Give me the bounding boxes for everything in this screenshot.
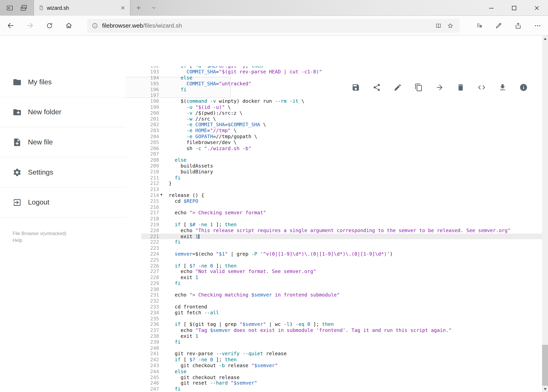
forward-button[interactable] bbox=[23, 19, 37, 33]
favorite-star-button[interactable] bbox=[444, 20, 456, 32]
code-line[interactable]: 244 else bbox=[141, 369, 542, 374]
code-line[interactable]: 208 else bbox=[141, 157, 542, 163]
fold-toggle-icon[interactable]: ▾ bbox=[160, 192, 162, 198]
code-line[interactable]: 212} bbox=[141, 181, 542, 187]
minimize-button[interactable] bbox=[480, 0, 503, 16]
code-line[interactable]: 207 bbox=[141, 151, 542, 157]
code-line[interactable]: 228 exit 1 bbox=[141, 275, 542, 280]
code-line[interactable]: 237 echo "Tag $semver does not exist in … bbox=[141, 327, 542, 333]
code-line[interactable]: 239 fi bbox=[141, 339, 542, 345]
code-line[interactable]: 233 cd frontend bbox=[141, 304, 542, 310]
code-line[interactable]: 235 bbox=[141, 316, 542, 322]
code-line[interactable]: 234 git fetch --all bbox=[141, 310, 542, 316]
home-button[interactable] bbox=[62, 19, 76, 33]
code-line[interactable]: 223 bbox=[141, 245, 542, 251]
back-button[interactable] bbox=[4, 19, 17, 33]
code-line[interactable]: 226 if [ $? -ne 0 ]; then bbox=[141, 263, 542, 269]
code-text: echo "Tag $semver does not exist in subm… bbox=[169, 327, 452, 333]
code-line[interactable]: 217 echo "> Checking semver format" bbox=[141, 210, 542, 216]
code-line[interactable]: 222 fi bbox=[141, 239, 542, 245]
code-line[interactable]: 246 git reset --hard "$semver" bbox=[141, 380, 542, 386]
sidebar-item-my-files[interactable]: My files bbox=[0, 67, 126, 97]
code-line[interactable]: 210 buildBinary bbox=[141, 169, 542, 175]
sidebar-item-new-folder[interactable]: New folder bbox=[0, 97, 126, 127]
code-line[interactable]: 209 buildAssets bbox=[141, 163, 542, 169]
line-number: 229 bbox=[141, 280, 159, 286]
tabs-preview-button[interactable] bbox=[20, 4, 28, 12]
code-line[interactable]: 230 bbox=[141, 286, 542, 292]
code-line[interactable]: 225 bbox=[141, 257, 542, 263]
code-line[interactable]: 241 git rev-parse --verify --quiet relea… bbox=[141, 351, 542, 357]
site-info-icon[interactable] bbox=[91, 22, 98, 29]
line-number: 209 bbox=[141, 163, 159, 169]
code-line[interactable]: 224 semver=$(echo "$1" | grep -P '^v(0|[… bbox=[141, 251, 542, 257]
web-notes-button[interactable] bbox=[492, 19, 505, 33]
folder-icon bbox=[13, 77, 21, 86]
minimize-icon bbox=[487, 4, 495, 12]
code-line[interactable]: 231 echo "> Checking matching $semver in… bbox=[141, 292, 542, 298]
window-controls bbox=[480, 0, 548, 16]
tab-list-chevron-button[interactable] bbox=[148, 2, 159, 14]
code-line[interactable]: 195 COMMIT_SHA="untracked" bbox=[141, 81, 542, 86]
help-link[interactable]: Help bbox=[13, 237, 22, 244]
browser-tab[interactable]: wizard.sh bbox=[34, 0, 130, 16]
code-line[interactable]: 206 sh -c "./wizard.sh -b" bbox=[141, 145, 542, 151]
code-line[interactable]: 214▾release () { bbox=[141, 192, 542, 198]
code-line[interactable]: 203 -e HOME="//tmp" \ bbox=[141, 128, 542, 133]
code-line[interactable]: 240 bbox=[141, 345, 542, 351]
tab-close-button[interactable] bbox=[118, 3, 127, 12]
code-line[interactable]: 192 if [ -d "$REPO/.git" ]; then bbox=[141, 66, 542, 69]
code-line[interactable]: 242 if [ $? -ne 0 ]; then bbox=[141, 357, 542, 363]
code-line[interactable]: 213 bbox=[141, 187, 542, 192]
sidebar-item-settings[interactable]: Settings bbox=[0, 157, 126, 188]
vertical-scrollbar[interactable] bbox=[542, 36, 548, 392]
code-line[interactable]: 243 git checkout -b release "$semver" bbox=[141, 363, 542, 369]
sidebar-item-logout[interactable]: Logout bbox=[0, 188, 126, 218]
code-line[interactable]: 200 -v /$(pwd):/src:z \ bbox=[141, 110, 542, 116]
code-text: echo "> Checking matching $semver in fro… bbox=[169, 292, 340, 298]
code-line[interactable]: 247 fi bbox=[141, 386, 542, 392]
line-number: 198 bbox=[141, 98, 159, 104]
code-line[interactable]: 194 else bbox=[141, 75, 542, 81]
code-line[interactable]: 201 -w //src \ bbox=[141, 116, 542, 122]
code-line[interactable]: 205 filebrowser/dev \ bbox=[141, 140, 542, 145]
code-line[interactable]: 199 -u "$(id -u)" \ bbox=[141, 104, 542, 110]
code-line[interactable]: 196 fi bbox=[141, 86, 542, 92]
scroll-up-button[interactable] bbox=[542, 36, 548, 42]
code-line[interactable]: 245 git checkout release bbox=[141, 374, 542, 380]
code-line[interactable]: 236 if [ $(git tag | grep "$semver" | wc… bbox=[141, 322, 542, 327]
code-line[interactable]: 202 -e COMMIT_SHA=$COMMIT_SHA \ bbox=[141, 122, 542, 128]
code-editor[interactable]: 192 if [ -d "$REPO/.git" ]; then193 COMM… bbox=[141, 66, 542, 392]
code-text: git fetch --all bbox=[169, 310, 219, 316]
scroll-down-button[interactable] bbox=[542, 386, 548, 392]
code-line[interactable]: 198 $(command -v winpty) docker run --rm… bbox=[141, 98, 542, 104]
code-line[interactable]: 218 bbox=[141, 216, 542, 222]
code-line[interactable]: 197 bbox=[141, 92, 542, 98]
code-line[interactable]: 238 exit 1 bbox=[141, 333, 542, 339]
sidebar-item-new-file[interactable]: New file bbox=[0, 127, 126, 157]
close-button[interactable] bbox=[525, 0, 548, 16]
code-line[interactable]: 227 echo "Not valid semver format. See s… bbox=[141, 269, 542, 275]
new-file-icon bbox=[13, 138, 21, 147]
scroll-thumb[interactable] bbox=[542, 345, 548, 386]
tabs-aside-button[interactable] bbox=[6, 4, 14, 12]
code-line[interactable]: 220 echo "This release script requires a… bbox=[141, 228, 542, 233]
code-line[interactable]: 204 -e GOPATH=//tmp/gopath \ bbox=[141, 134, 542, 140]
new-tab-button[interactable] bbox=[132, 2, 144, 14]
maximize-button[interactable] bbox=[503, 0, 525, 16]
code-line[interactable]: 216 bbox=[141, 204, 542, 210]
address-bar[interactable]: filebrowser.web/files/wizard.sh bbox=[87, 19, 460, 33]
code-line[interactable]: 219 if [ $# -ne 1 ]; then bbox=[141, 222, 542, 228]
refresh-button[interactable] bbox=[42, 19, 56, 33]
code-line[interactable]: 193 COMMIT_SHA="$(git rev-parse HEAD | c… bbox=[141, 69, 542, 75]
code-line[interactable]: 215 cd $REPO bbox=[141, 198, 542, 204]
more-options-button[interactable] bbox=[531, 19, 544, 33]
code-line[interactable]: 229 fi bbox=[141, 280, 542, 286]
close-icon bbox=[533, 4, 541, 12]
favorites-hub-button[interactable] bbox=[472, 19, 486, 33]
code-line[interactable]: 221 exit 1 bbox=[141, 233, 542, 239]
share-button[interactable] bbox=[511, 19, 525, 33]
code-line[interactable]: 211 fi bbox=[141, 175, 542, 181]
code-line[interactable]: 232 bbox=[141, 298, 542, 304]
reading-view-button[interactable] bbox=[432, 20, 444, 32]
